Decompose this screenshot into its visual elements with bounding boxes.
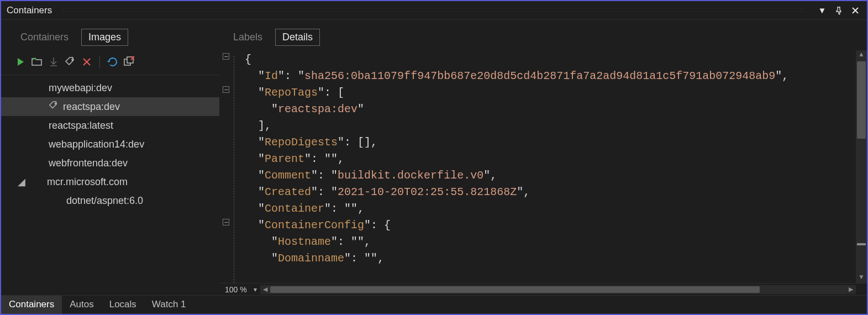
image-label: webfrontenda:dev [49,158,128,169]
tag-icon [49,101,59,113]
image-tree-item[interactable]: reactspa:dev [1,97,219,116]
image-label: mcr.microsoft.com [47,176,128,188]
tab-labels[interactable]: Labels [226,29,270,46]
scroll-down-icon[interactable]: ▼ [856,273,867,283]
image-tree-item[interactable]: ◢mcr.microsoft.com [1,172,219,191]
editor-area: − − − { "Id": "sha256:0ba11079ff947bb687… [219,50,867,283]
tab-details[interactable]: Details [275,29,320,46]
pull-icon[interactable] [46,55,61,69]
scroll-left-icon[interactable]: ◀ [260,286,270,293]
image-label: dotnet/aspnet:6.0 [66,195,143,207]
tab-images[interactable]: Images [81,29,128,46]
zoom-level: 100 % [219,285,250,294]
image-tree-item[interactable]: reactspa:latest [1,116,219,135]
fold-toggle[interactable]: − [223,53,229,60]
image-label: reactspa:latest [49,120,113,132]
bottom-tab[interactable]: Watch 1 [144,296,194,314]
open-folder-icon[interactable] [30,55,44,69]
vertical-scroll-thumb[interactable] [857,61,866,139]
body: Containers Images mywebapi:devreactspa:d… [1,20,867,295]
image-label: mywebapi:dev [49,82,112,94]
image-tree-item[interactable]: webapplication14:dev [1,135,219,154]
vertical-scrollbar[interactable]: ▲ ▼ [856,50,867,283]
image-label: webapplication14:dev [49,139,144,150]
tab-containers[interactable]: Containers [13,29,76,46]
image-tree-item[interactable]: mywebapi:dev [1,78,219,97]
containers-tool-window: Containers ▼ Containers Images [0,0,868,315]
zoom-dropdown-icon[interactable]: ▾ [250,286,260,293]
editor-footer: 100 % ▾ ◀ ▶ [219,283,867,295]
refresh-icon[interactable] [106,55,120,69]
prune-icon[interactable] [122,55,136,69]
json-editor[interactable]: { "Id": "sha256:0ba11079ff947bb687e20d8d… [241,50,856,283]
right-tab-strip: Labels Details [219,20,867,50]
scroll-right-icon[interactable]: ▶ [846,286,856,293]
toolbar-separator [99,56,100,68]
chevron-down-icon[interactable]: ◢ [18,176,24,188]
delete-icon[interactable] [80,55,94,69]
close-icon[interactable] [850,6,860,15]
image-toolbar [1,50,219,75]
image-tree-item[interactable]: webfrontenda:dev [1,154,219,172]
editor-gutter[interactable]: − − − [219,50,241,283]
left-tab-strip: Containers Images [1,20,219,50]
image-tree-item[interactable]: dotnet/aspnet:6.0 [1,191,219,210]
bottom-tab[interactable]: Autos [62,296,101,314]
bottom-tab[interactable]: Containers [1,296,62,314]
image-label: reactspa:dev [63,101,120,113]
right-pane: Labels Details − − − { "Id": "sha256:0ba… [219,20,867,295]
bottom-tab[interactable]: Locals [102,296,144,314]
run-icon[interactable] [13,55,28,69]
pin-icon[interactable] [834,6,844,15]
scroll-up-icon[interactable]: ▲ [856,50,867,60]
fold-toggle[interactable]: − [223,219,229,225]
fold-toggle[interactable]: − [223,86,229,93]
titlebar: Containers ▼ [1,1,867,20]
horizontal-scrollbar[interactable]: ◀ ▶ [260,285,856,294]
scroll-marker [857,243,866,245]
tag-icon[interactable] [63,55,77,69]
horizontal-scroll-thumb[interactable] [270,286,760,293]
image-tree[interactable]: mywebapi:devreactspa:devreactspa:latestw… [1,75,219,295]
dropdown-icon[interactable]: ▼ [817,6,827,15]
bottom-tab-strip: ContainersAutosLocalsWatch 1 [1,295,867,314]
titlebar-controls: ▼ [811,6,867,15]
window-title: Containers [1,5,57,16]
titlebar-drag-handle[interactable] [62,7,806,14]
left-pane: Containers Images mywebapi:devreactspa:d… [1,20,219,295]
